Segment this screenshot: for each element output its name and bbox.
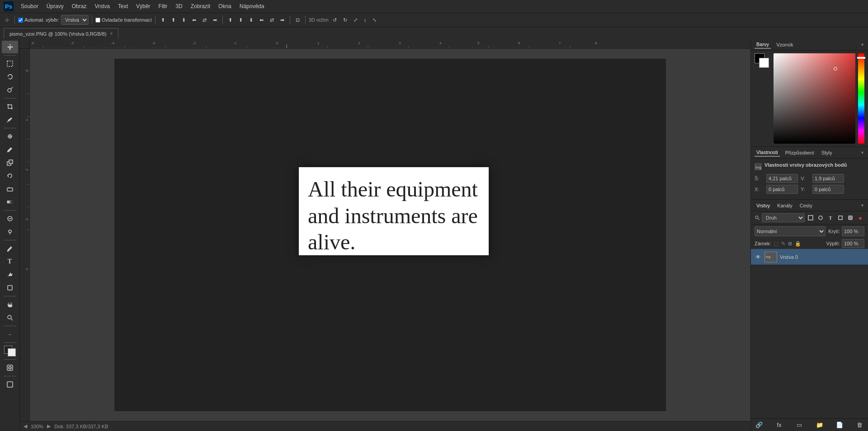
distribute-hcenter-btn[interactable]: ⇄ <box>268 15 276 25</box>
opacity-input[interactable] <box>842 226 864 236</box>
gradient-tool[interactable] <box>2 196 18 208</box>
props-panel-collapse[interactable]: ▾ <box>860 150 864 155</box>
document-tab[interactable]: pismo_vzor.PNG @ 100% (Vrstva 0,RGB/8) × <box>4 28 118 39</box>
tab-prizpusobeni[interactable]: Přizpůsobení <box>783 149 816 156</box>
add-style-btn[interactable]: fx <box>775 421 784 430</box>
history-brush-tool[interactable] <box>2 169 18 182</box>
3d-roll-btn[interactable]: ↻ <box>341 15 349 25</box>
delete-layer-btn[interactable]: 🗑 <box>855 421 864 430</box>
tab-styly[interactable]: Styly <box>820 149 834 156</box>
3d-pan-btn[interactable]: ⤢ <box>351 15 360 25</box>
brush-tool[interactable] <box>2 143 18 156</box>
menu-obraz[interactable]: Obraz <box>68 2 90 10</box>
add-mask-btn[interactable]: ▭ <box>795 421 804 430</box>
filter-smartobj-btn[interactable] <box>846 214 854 222</box>
pen-tool[interactable] <box>2 242 18 255</box>
eraser-tool[interactable] <box>2 183 18 195</box>
menu-okna[interactable]: Okna <box>215 2 235 10</box>
hand-tool[interactable] <box>2 298 18 311</box>
layer-row[interactable]: 👁 img Vrstva 0 <box>751 249 868 265</box>
align-right-btn[interactable]: ➡ <box>211 15 219 25</box>
status-arrow-left[interactable]: ◀ <box>24 423 27 429</box>
props-s-input[interactable] <box>766 174 798 183</box>
layers-kind-filter[interactable]: Druh <box>762 213 805 222</box>
text-tool[interactable]: T <box>2 255 18 268</box>
menu-vyber[interactable]: Výběr <box>132 2 154 10</box>
menu-soubor[interactable]: Soubor <box>17 2 42 10</box>
menu-upravy[interactable]: Úpravy <box>43 2 67 10</box>
shape-tool[interactable] <box>2 281 18 294</box>
background-color[interactable] <box>8 348 16 356</box>
3d-rotate-btn[interactable]: ↺ <box>330 15 339 25</box>
healing-brush-tool[interactable] <box>2 130 18 143</box>
fill-input[interactable] <box>842 239 864 248</box>
3d-scale-btn[interactable]: ⤡ <box>370 15 379 25</box>
auto-select-checkbox[interactable] <box>18 18 23 23</box>
props-v-input[interactable] <box>812 174 844 183</box>
color-swatches[interactable] <box>3 345 17 357</box>
fg-bg-indicator[interactable] <box>755 53 769 68</box>
color-panel-collapse[interactable]: ▾ <box>860 42 864 47</box>
layer-visibility-eye[interactable]: 👁 <box>755 253 762 261</box>
menu-vrstva[interactable]: Vrstva <box>91 2 113 10</box>
align-vcenter-btn[interactable]: ⬆ <box>169 15 178 25</box>
tab-vlastnosti[interactable]: Vlastnosti <box>755 149 780 157</box>
props-y-input[interactable] <box>812 185 844 194</box>
tab-kanaly[interactable]: Kanály <box>775 202 794 209</box>
align-hcenter-btn[interactable]: ⇄ <box>200 15 209 25</box>
tab-vrstvy[interactable]: Vrstvy <box>755 202 772 209</box>
color-gradient[interactable] <box>774 53 855 144</box>
menu-text[interactable]: Text <box>114 2 132 10</box>
extra-tools-btn[interactable]: ··· <box>2 328 18 341</box>
props-x-input[interactable] <box>766 185 798 194</box>
canvas-align-btn[interactable]: ⊡ <box>293 15 302 25</box>
layer-name[interactable]: Vrstva 0 <box>780 254 864 260</box>
3d-slide-btn[interactable]: ↕ <box>362 15 369 25</box>
tab-cesty[interactable]: Cesty <box>798 202 814 209</box>
lock-position-btn[interactable]: ✎ <box>781 241 785 247</box>
color-gradient-field[interactable] <box>774 53 855 144</box>
screen-mode-btn[interactable] <box>2 378 18 391</box>
align-bottom-btn[interactable]: ⬇ <box>179 15 188 25</box>
menu-3d[interactable]: 3D <box>172 2 186 10</box>
layers-panel-collapse[interactable]: ▾ <box>860 203 864 208</box>
new-layer-btn[interactable]: 📄 <box>835 421 844 430</box>
align-left-btn[interactable]: ⬅ <box>190 15 198 25</box>
filter-shape-btn[interactable] <box>836 214 844 222</box>
move-options-btn[interactable]: ⊹ <box>3 15 11 25</box>
layer-dropdown[interactable]: Vrstva <box>61 15 89 25</box>
blur-tool[interactable] <box>2 212 18 225</box>
transform-label[interactable]: Ovladače transformací <box>95 17 152 23</box>
tab-vzornik[interactable]: Vzorník <box>774 41 795 48</box>
eyedropper-tool[interactable] <box>2 113 18 126</box>
menu-napoveda[interactable]: Nápověda <box>236 2 268 10</box>
filter-pixel-btn[interactable] <box>807 214 815 222</box>
move-tool[interactable] <box>2 41 18 53</box>
tab-close-btn[interactable]: × <box>110 31 113 36</box>
dodge-tool[interactable] <box>2 225 18 238</box>
new-group-btn[interactable]: 📁 <box>815 421 824 430</box>
transform-checkbox[interactable] <box>95 18 100 23</box>
menu-zobrazit[interactable]: Zobrazit <box>187 2 214 10</box>
tab-barvy[interactable]: Barvy <box>755 41 771 49</box>
filter-adjust-btn[interactable] <box>816 214 825 222</box>
align-top-btn[interactable]: ⬆ <box>159 15 167 25</box>
distribute-top-btn[interactable]: ⬆ <box>226 15 235 25</box>
hue-slider[interactable] <box>858 53 864 144</box>
distribute-vcenter-btn[interactable]: ⬆ <box>236 15 245 25</box>
lasso-tool[interactable] <box>2 70 18 83</box>
rectangular-marquee-tool[interactable] <box>2 57 18 70</box>
bg-swatch[interactable] <box>759 58 769 68</box>
distribute-left-btn[interactable]: ⬅ <box>257 15 266 25</box>
filter-on-off-btn[interactable]: ● <box>856 214 864 222</box>
zoom-tool[interactable] <box>2 311 18 324</box>
quick-selection-tool[interactable] <box>2 84 18 96</box>
blend-mode-dropdown[interactable]: Normální <box>755 226 826 236</box>
clone-stamp-tool[interactable] <box>2 156 18 169</box>
menu-filtr[interactable]: Filtr <box>155 2 171 10</box>
status-arrow-right[interactable]: ▶ <box>47 423 51 429</box>
distribute-right-btn[interactable]: ➡ <box>278 15 287 25</box>
distribute-bottom-btn[interactable]: ⬇ <box>247 15 255 25</box>
path-selection-tool[interactable] <box>2 268 18 281</box>
lock-all-btn[interactable]: 🔒 <box>795 241 801 247</box>
